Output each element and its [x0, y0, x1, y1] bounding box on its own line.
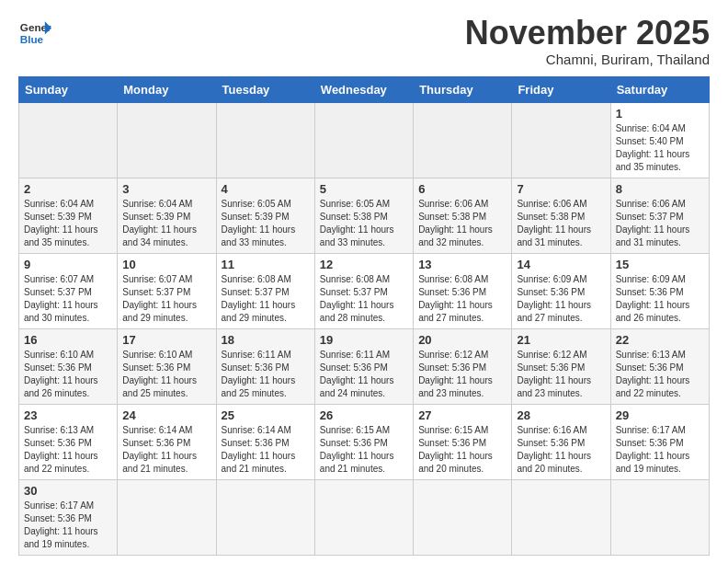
calendar-cell — [414, 102, 512, 178]
calendar-cell: 11Sunrise: 6:08 AM Sunset: 5:37 PM Dayli… — [216, 253, 314, 328]
calendar-cell: 9Sunrise: 6:07 AM Sunset: 5:37 PM Daylig… — [19, 253, 118, 328]
day-number: 18 — [222, 333, 310, 347]
calendar-cell — [216, 102, 314, 178]
col-header-saturday: Saturday — [610, 76, 709, 102]
week-row-2: 2Sunrise: 6:04 AM Sunset: 5:39 PM Daylig… — [19, 178, 710, 253]
col-header-sunday: Sunday — [19, 76, 118, 102]
calendar-cell — [118, 479, 216, 555]
logo-icon: General Blue — [18, 15, 51, 48]
calendar-cell: 14Sunrise: 6:09 AM Sunset: 5:36 PM Dayli… — [512, 253, 610, 328]
calendar-cell — [512, 102, 610, 178]
day-info: Sunrise: 6:09 AM Sunset: 5:36 PM Dayligh… — [517, 273, 605, 325]
week-row-1: 1Sunrise: 6:04 AM Sunset: 5:40 PM Daylig… — [19, 102, 710, 178]
calendar-cell: 24Sunrise: 6:14 AM Sunset: 5:36 PM Dayli… — [118, 404, 216, 479]
day-number: 3 — [122, 182, 210, 196]
day-info: Sunrise: 6:15 AM Sunset: 5:36 PM Dayligh… — [418, 424, 506, 476]
calendar-cell: 21Sunrise: 6:12 AM Sunset: 5:36 PM Dayli… — [512, 328, 610, 404]
day-number: 25 — [222, 408, 310, 422]
calendar-cell: 19Sunrise: 6:11 AM Sunset: 5:36 PM Dayli… — [314, 328, 413, 404]
day-number: 24 — [122, 408, 210, 422]
day-info: Sunrise: 6:12 AM Sunset: 5:36 PM Dayligh… — [418, 349, 506, 400]
calendar-header-row: SundayMondayTuesdayWednesdayThursdayFrid… — [19, 76, 710, 102]
calendar-cell: 18Sunrise: 6:11 AM Sunset: 5:36 PM Dayli… — [216, 328, 314, 404]
day-number: 29 — [616, 408, 704, 422]
day-number: 2 — [24, 182, 112, 196]
calendar-cell: 8Sunrise: 6:06 AM Sunset: 5:37 PM Daylig… — [610, 178, 709, 253]
week-row-3: 9Sunrise: 6:07 AM Sunset: 5:37 PM Daylig… — [19, 253, 710, 328]
calendar-cell: 23Sunrise: 6:13 AM Sunset: 5:36 PM Dayli… — [19, 404, 118, 479]
day-info: Sunrise: 6:08 AM Sunset: 5:37 PM Dayligh… — [320, 273, 408, 325]
calendar-cell: 29Sunrise: 6:17 AM Sunset: 5:36 PM Dayli… — [610, 404, 709, 479]
header: General Blue November 2025 Chamni, Burir… — [18, 15, 710, 67]
calendar-cell — [314, 479, 413, 555]
day-info: Sunrise: 6:05 AM Sunset: 5:38 PM Dayligh… — [320, 198, 408, 249]
calendar-cell: 17Sunrise: 6:10 AM Sunset: 5:36 PM Dayli… — [118, 328, 216, 404]
svg-text:Blue: Blue — [20, 33, 44, 45]
day-number: 28 — [517, 408, 605, 422]
day-number: 27 — [418, 408, 506, 422]
day-number: 8 — [616, 182, 704, 196]
logo: General Blue — [18, 15, 51, 48]
calendar-cell: 25Sunrise: 6:14 AM Sunset: 5:36 PM Dayli… — [216, 404, 314, 479]
month-title: November 2025 — [465, 15, 710, 52]
calendar-cell — [512, 479, 610, 555]
col-header-tuesday: Tuesday — [216, 76, 314, 102]
calendar-cell: 26Sunrise: 6:15 AM Sunset: 5:36 PM Dayli… — [314, 404, 413, 479]
calendar-cell: 3Sunrise: 6:04 AM Sunset: 5:39 PM Daylig… — [118, 178, 216, 253]
day-info: Sunrise: 6:14 AM Sunset: 5:36 PM Dayligh… — [222, 424, 310, 476]
calendar-cell: 4Sunrise: 6:05 AM Sunset: 5:39 PM Daylig… — [216, 178, 314, 253]
calendar-cell: 16Sunrise: 6:10 AM Sunset: 5:36 PM Dayli… — [19, 328, 118, 404]
day-number: 7 — [517, 182, 605, 196]
calendar-cell: 10Sunrise: 6:07 AM Sunset: 5:37 PM Dayli… — [118, 253, 216, 328]
day-info: Sunrise: 6:04 AM Sunset: 5:39 PM Dayligh… — [122, 198, 210, 249]
day-info: Sunrise: 6:07 AM Sunset: 5:37 PM Dayligh… — [24, 273, 112, 325]
day-info: Sunrise: 6:17 AM Sunset: 5:36 PM Dayligh… — [616, 424, 704, 476]
calendar-cell — [118, 102, 216, 178]
calendar-cell: 13Sunrise: 6:08 AM Sunset: 5:36 PM Dayli… — [414, 253, 512, 328]
day-info: Sunrise: 6:06 AM Sunset: 5:37 PM Dayligh… — [616, 198, 704, 249]
page: General Blue November 2025 Chamni, Burir… — [0, 0, 728, 563]
day-number: 21 — [517, 333, 605, 347]
day-number: 22 — [616, 333, 704, 347]
day-number: 23 — [24, 408, 112, 422]
day-number: 11 — [222, 258, 310, 271]
day-info: Sunrise: 6:08 AM Sunset: 5:37 PM Dayligh… — [222, 273, 310, 325]
day-info: Sunrise: 6:15 AM Sunset: 5:36 PM Dayligh… — [320, 424, 408, 476]
day-info: Sunrise: 6:11 AM Sunset: 5:36 PM Dayligh… — [222, 349, 310, 400]
week-row-4: 16Sunrise: 6:10 AM Sunset: 5:36 PM Dayli… — [19, 328, 710, 404]
calendar-cell — [216, 479, 314, 555]
col-header-wednesday: Wednesday — [314, 76, 413, 102]
calendar-cell: 15Sunrise: 6:09 AM Sunset: 5:36 PM Dayli… — [610, 253, 709, 328]
calendar: SundayMondayTuesdayWednesdayThursdayFrid… — [18, 76, 710, 556]
day-number: 19 — [320, 333, 408, 347]
day-info: Sunrise: 6:07 AM Sunset: 5:37 PM Dayligh… — [122, 273, 210, 325]
day-info: Sunrise: 6:06 AM Sunset: 5:38 PM Dayligh… — [517, 198, 605, 249]
day-info: Sunrise: 6:13 AM Sunset: 5:36 PM Dayligh… — [616, 349, 704, 400]
day-number: 14 — [517, 258, 605, 271]
col-header-monday: Monday — [118, 76, 216, 102]
calendar-cell: 28Sunrise: 6:16 AM Sunset: 5:36 PM Dayli… — [512, 404, 610, 479]
day-number: 12 — [320, 258, 408, 271]
day-info: Sunrise: 6:08 AM Sunset: 5:36 PM Dayligh… — [418, 273, 506, 325]
calendar-cell: 7Sunrise: 6:06 AM Sunset: 5:38 PM Daylig… — [512, 178, 610, 253]
day-info: Sunrise: 6:05 AM Sunset: 5:39 PM Dayligh… — [222, 198, 310, 249]
day-info: Sunrise: 6:04 AM Sunset: 5:39 PM Dayligh… — [24, 198, 112, 249]
calendar-cell: 30Sunrise: 6:17 AM Sunset: 5:36 PM Dayli… — [19, 479, 118, 555]
day-number: 15 — [616, 258, 704, 271]
day-info: Sunrise: 6:10 AM Sunset: 5:36 PM Dayligh… — [24, 349, 112, 400]
day-number: 30 — [24, 484, 112, 498]
day-info: Sunrise: 6:14 AM Sunset: 5:36 PM Dayligh… — [122, 424, 210, 476]
day-number: 4 — [222, 182, 310, 196]
day-info: Sunrise: 6:10 AM Sunset: 5:36 PM Dayligh… — [122, 349, 210, 400]
day-info: Sunrise: 6:13 AM Sunset: 5:36 PM Dayligh… — [24, 424, 112, 476]
calendar-cell — [19, 102, 118, 178]
calendar-cell — [314, 102, 413, 178]
calendar-cell: 5Sunrise: 6:05 AM Sunset: 5:38 PM Daylig… — [314, 178, 413, 253]
day-number: 26 — [320, 408, 408, 422]
calendar-cell: 1Sunrise: 6:04 AM Sunset: 5:40 PM Daylig… — [610, 102, 709, 178]
day-number: 10 — [122, 258, 210, 271]
day-number: 5 — [320, 182, 408, 196]
day-info: Sunrise: 6:12 AM Sunset: 5:36 PM Dayligh… — [517, 349, 605, 400]
day-info: Sunrise: 6:06 AM Sunset: 5:38 PM Dayligh… — [418, 198, 506, 249]
week-row-5: 23Sunrise: 6:13 AM Sunset: 5:36 PM Dayli… — [19, 404, 710, 479]
